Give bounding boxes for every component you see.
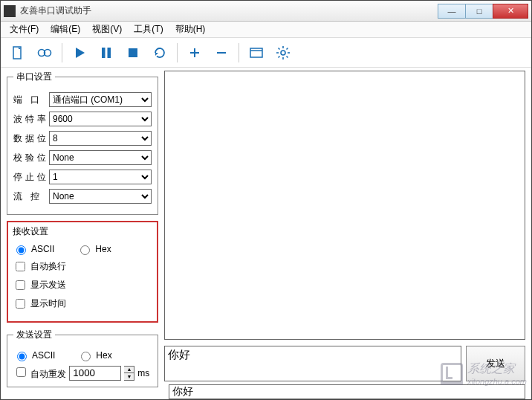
window-title: 友善串口调试助手 bbox=[20, 4, 438, 17]
recv-showsend-check[interactable]: 显示发送 bbox=[13, 278, 152, 292]
svg-line-13 bbox=[279, 48, 280, 49]
pause-icon[interactable] bbox=[95, 42, 117, 64]
recv-ascii-radio[interactable]: ASCII bbox=[13, 243, 54, 255]
titlebar: 友善串口调试助手 — □ ✕ bbox=[1, 1, 531, 22]
maximize-button[interactable]: □ bbox=[465, 4, 493, 19]
record-icon[interactable] bbox=[33, 42, 56, 64]
interval-spinner[interactable]: ▲▼ bbox=[124, 366, 134, 381]
left-panel: 串口设置 端 口 通信端口 (COM1) 波特率 9600 数据位 8 校验位 … bbox=[1, 68, 163, 384]
send-hex-radio[interactable]: Hex bbox=[77, 349, 111, 361]
port-select[interactable]: 通信端口 (COM1) bbox=[49, 92, 152, 107]
svg-rect-4 bbox=[108, 48, 111, 58]
svg-rect-3 bbox=[102, 48, 106, 58]
plus-icon[interactable] bbox=[184, 42, 206, 64]
app-icon bbox=[4, 5, 16, 17]
menu-tools[interactable]: 工具(T) bbox=[129, 22, 167, 37]
send-settings-legend: 发送设置 bbox=[13, 329, 55, 341]
databits-select[interactable]: 8 bbox=[49, 131, 152, 146]
toolbar bbox=[1, 38, 531, 68]
baud-select[interactable]: 9600 bbox=[49, 112, 152, 126]
databits-label: 数据位 bbox=[13, 132, 49, 145]
svg-line-15 bbox=[279, 56, 280, 57]
svg-rect-5 bbox=[129, 48, 137, 57]
port-label: 端 口 bbox=[13, 94, 49, 106]
recv-autowrap-check[interactable]: 自动换行 bbox=[13, 259, 152, 274]
svg-line-16 bbox=[287, 48, 288, 49]
send-settings-group: 发送设置 ASCII Hex 自动重发 ▲▼ ms bbox=[7, 329, 158, 387]
command-line-input[interactable] bbox=[169, 384, 525, 399]
spinner-down-icon[interactable]: ▼ bbox=[124, 373, 134, 380]
menu-file[interactable]: 文件(F) bbox=[5, 22, 43, 37]
serial-settings-legend: 串口设置 bbox=[13, 71, 55, 83]
auto-resend-check[interactable]: 自动重发 bbox=[13, 365, 66, 381]
window-icon[interactable] bbox=[245, 42, 267, 64]
resend-interval-input[interactable] bbox=[69, 366, 121, 381]
flow-select[interactable]: None bbox=[49, 189, 152, 204]
baud-label: 波特率 bbox=[13, 113, 49, 126]
receive-settings-group: 接收设置 ASCII Hex 自动换行 显示发送 显示时间 bbox=[7, 221, 158, 323]
right-panel: 你好 发送 bbox=[163, 68, 531, 384]
send-ascii-radio[interactable]: ASCII bbox=[13, 349, 55, 361]
minimize-button[interactable]: — bbox=[438, 4, 466, 19]
play-icon[interactable] bbox=[68, 42, 91, 64]
send-textarea[interactable]: 你好 bbox=[164, 346, 461, 381]
menu-edit[interactable]: 编辑(E) bbox=[46, 22, 85, 37]
reload-icon[interactable] bbox=[149, 42, 171, 64]
toolbar-separator bbox=[177, 43, 178, 62]
menubar: 文件(F) 编辑(E) 视图(V) 工具(T) 帮助(H) bbox=[1, 22, 531, 38]
recv-hex-radio[interactable]: Hex bbox=[77, 243, 111, 255]
menu-help[interactable]: 帮助(H) bbox=[171, 22, 210, 37]
parity-select[interactable]: None bbox=[49, 150, 152, 165]
new-file-icon[interactable] bbox=[7, 42, 29, 64]
close-button[interactable]: ✕ bbox=[493, 4, 528, 19]
receive-textarea[interactable] bbox=[164, 71, 525, 340]
toolbar-separator bbox=[62, 43, 62, 62]
flow-label: 流 控 bbox=[13, 190, 49, 203]
svg-rect-6 bbox=[250, 48, 262, 57]
serial-settings-group: 串口设置 端 口 通信端口 (COM1) 波特率 9600 数据位 8 校验位 … bbox=[7, 71, 158, 215]
toolbar-separator bbox=[239, 43, 239, 62]
main-area: 串口设置 端 口 通信端口 (COM1) 波特率 9600 数据位 8 校验位 … bbox=[1, 68, 531, 384]
parity-label: 校验位 bbox=[13, 152, 49, 164]
send-button[interactable]: 发送 bbox=[466, 346, 525, 381]
svg-line-14 bbox=[287, 56, 288, 57]
stopbits-label: 停止位 bbox=[13, 171, 49, 184]
svg-point-8 bbox=[281, 51, 285, 55]
gear-icon[interactable] bbox=[272, 42, 294, 64]
spinner-up-icon[interactable]: ▲ bbox=[124, 367, 134, 374]
minus-icon[interactable] bbox=[210, 42, 233, 64]
window-buttons: — □ ✕ bbox=[438, 4, 528, 19]
receive-settings-legend: 接收设置 bbox=[13, 225, 152, 239]
stopbits-select[interactable]: 1 bbox=[49, 170, 152, 184]
menu-view[interactable]: 视图(V) bbox=[88, 22, 126, 37]
recv-showtime-check[interactable]: 显示时间 bbox=[13, 297, 152, 311]
stop-icon[interactable] bbox=[122, 42, 144, 64]
interval-unit: ms bbox=[137, 368, 149, 378]
